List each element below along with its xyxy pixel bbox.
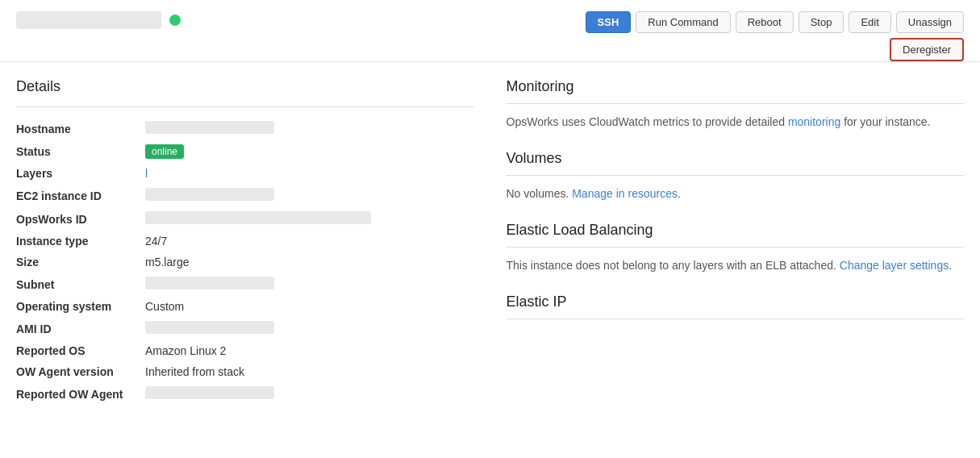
volumes-divider [507,175,965,176]
row-label: OW Agent version [16,361,145,382]
row-value [145,207,474,231]
elb-link[interactable]: Change layer settings [840,259,949,272]
layers-link[interactable]: l [145,167,148,180]
table-row: Instance type 24/7 [16,231,474,252]
details-section: Details Hostname Status online Layers l … [16,78,474,406]
table-row: Subnet [16,273,474,296]
toolbar-row-deregister: Deregister [890,38,964,61]
volumes-text: No volumes. Manage in resources. [507,185,965,202]
row-label: EC2 instance ID [16,184,145,207]
volumes-title: Volumes [507,150,965,167]
elb-text-after: . [949,259,952,272]
reboot-button[interactable]: Reboot [736,11,794,33]
hostname-placeholder [145,121,274,134]
instance-name-area [16,11,579,29]
instance-name-placeholder [16,11,161,29]
elastic-ip-block: Elastic IP [507,294,965,319]
monitoring-text-after: for your instance. [840,115,930,128]
ssh-button[interactable]: SSH [586,11,632,33]
monitoring-text: OpsWorks uses CloudWatch metrics to prov… [507,114,965,131]
elb-text-before: This instance does not belong to any lay… [507,259,840,272]
row-value: Inherited from stack [145,361,474,382]
toolbar: SSH Run Command Reboot Stop Edit Unassig… [586,11,964,61]
details-divider [16,106,474,107]
monitoring-text-before: OpsWorks uses CloudWatch metrics to prov… [507,115,788,128]
row-label: Reported OS [16,340,145,361]
volumes-link[interactable]: Manage in resources [572,187,678,200]
monitoring-divider [507,103,965,104]
elb-text: This instance does not belong to any lay… [507,257,965,274]
table-row: Status online [16,140,474,163]
row-value [145,317,474,340]
elastic-ip-title: Elastic IP [507,294,965,310]
table-row: Size m5.large [16,252,474,273]
table-row: Operating system Custom [16,296,474,317]
row-label: Hostname [16,117,145,140]
row-label: Layers [16,163,145,184]
unassign-button[interactable]: Unassign [896,11,964,33]
volumes-block: Volumes No volumes. Manage in resources. [507,150,965,202]
table-row: Reported OS Amazon Linux 2 [16,340,474,361]
table-row: Hostname [16,117,474,140]
row-value: 24/7 [145,231,474,252]
row-value [145,184,474,207]
table-row: EC2 instance ID [16,184,474,207]
right-section: Monitoring OpsWorks uses CloudWatch metr… [507,78,965,406]
elb-divider [507,247,965,248]
ec2-id-placeholder [145,188,274,201]
volumes-text-after: . [678,187,681,200]
row-label: OpsWorks ID [16,207,145,231]
status-badge: online [145,144,184,159]
details-table: Hostname Status online Layers l EC2 inst… [16,117,474,406]
row-value: online [145,140,474,163]
table-row: AMI ID [16,317,474,340]
row-label: Operating system [16,296,145,317]
reported-ow-agent-placeholder [145,386,274,399]
row-label: AMI ID [16,317,145,340]
monitoring-title: Monitoring [507,78,965,95]
ami-id-placeholder [145,321,274,334]
deregister-button[interactable]: Deregister [890,38,964,61]
elastic-ip-divider [507,319,965,319]
row-label: Size [16,252,145,273]
row-value [145,273,474,296]
main-content: Details Hostname Status online Layers l … [0,62,980,422]
table-row: Layers l [16,163,474,184]
row-label: Instance type [16,231,145,252]
run-command-button[interactable]: Run Command [636,11,730,33]
table-row: Reported OW Agent [16,382,474,406]
details-title: Details [16,78,474,95]
volumes-text-before: No volumes. [507,187,573,200]
subnet-placeholder [145,277,274,289]
opsworks-id-placeholder [145,211,371,224]
toolbar-row-main: SSH Run Command Reboot Stop Edit Unassig… [586,11,964,33]
top-bar: SSH Run Command Reboot Stop Edit Unassig… [0,0,980,62]
table-row: OpsWorks ID [16,207,474,231]
stop-button[interactable]: Stop [799,11,844,33]
status-dot-green [169,15,181,26]
row-value [145,117,474,140]
row-label: Reported OW Agent [16,382,145,406]
row-value: Custom [145,296,474,317]
elb-block: Elastic Load Balancing This instance doe… [507,222,965,274]
row-value: m5.large [145,252,474,273]
elb-title: Elastic Load Balancing [507,222,965,239]
monitoring-link[interactable]: monitoring [788,115,840,128]
edit-button[interactable]: Edit [849,11,890,33]
row-label: Status [16,140,145,163]
monitoring-block: Monitoring OpsWorks uses CloudWatch metr… [507,78,965,131]
row-value: Amazon Linux 2 [145,340,474,361]
row-value: l [145,163,474,184]
row-value [145,382,474,406]
table-row: OW Agent version Inherited from stack [16,361,474,382]
row-label: Subnet [16,273,145,296]
